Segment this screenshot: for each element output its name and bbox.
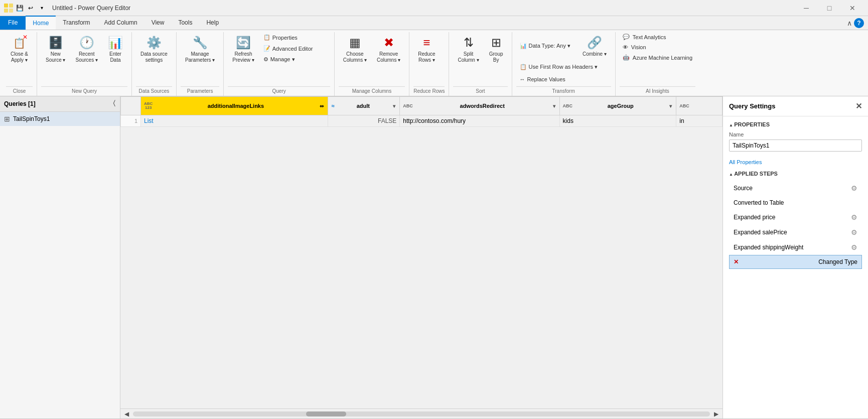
qs-close-button[interactable]: ✕ bbox=[855, 101, 862, 111]
scroll-right-button[interactable]: ▶ bbox=[712, 410, 720, 417]
close-button[interactable]: ✕ bbox=[841, 0, 864, 16]
combine-icon: 🔗 bbox=[587, 35, 602, 50]
split-column-label: SplitColumn ▾ bbox=[458, 51, 479, 63]
window-controls: ─ □ ✕ bbox=[795, 0, 864, 16]
advanced-editor-label: Advanced Editor bbox=[272, 46, 313, 52]
recent-sources-button[interactable]: 🕐 RecentSources ▾ bbox=[71, 32, 102, 66]
qs-name-input[interactable] bbox=[729, 139, 862, 152]
group-by-button[interactable]: ⊞ GroupBy bbox=[485, 32, 508, 66]
cell-adult-1[interactable]: FALSE bbox=[328, 115, 400, 127]
col-header-ageGroup: ABC ageGroup ▾ bbox=[559, 97, 676, 115]
tab-tools[interactable]: Tools bbox=[171, 16, 199, 30]
col-header-inner-more[interactable]: ABC bbox=[676, 97, 722, 115]
qs-title: Query Settings bbox=[729, 102, 775, 110]
tab-transform[interactable]: Transform bbox=[56, 16, 97, 30]
advanced-editor-button[interactable]: 📝 Advanced Editor bbox=[260, 43, 330, 54]
step-expanded-saleprice-gear[interactable]: ⚙ bbox=[851, 228, 857, 236]
qs-properties-section: PROPERTIES Name All Properties bbox=[723, 116, 868, 171]
new-source-label: NewSource ▾ bbox=[46, 51, 65, 63]
remove-columns-button[interactable]: ✖ RemoveColumns ▾ bbox=[372, 32, 405, 66]
step-changed-type-error: ✕ bbox=[734, 258, 739, 265]
undo-icon[interactable]: ↩ bbox=[26, 4, 35, 13]
enter-data-icon: 📊 bbox=[108, 35, 123, 50]
step-expanded-saleprice[interactable]: Expanded salePrice ⚙ bbox=[729, 225, 862, 240]
refresh-preview-button[interactable]: 🔄 RefreshPreview ▾ bbox=[228, 32, 258, 66]
col-resize-additionalImageLinks[interactable]: ⇔ bbox=[319, 102, 325, 110]
cell-more-1[interactable]: in bbox=[676, 115, 722, 127]
ribbon-content: 📋 ✕ Close &Apply ▾ Close 🗄️ NewSource ▾ … bbox=[0, 30, 868, 96]
col-filter-ageGroup[interactable]: ▾ bbox=[668, 102, 673, 110]
split-column-button[interactable]: ⇅ SplitColumn ▾ bbox=[453, 32, 483, 66]
tab-file[interactable]: File bbox=[0, 16, 26, 30]
enter-data-button[interactable]: 📊 EnterData bbox=[103, 32, 127, 66]
text-analytics-icon: 💬 bbox=[623, 34, 630, 40]
query-item-icon: ⊞ bbox=[4, 115, 10, 123]
scroll-thumb[interactable] bbox=[306, 411, 346, 416]
text-analytics-button[interactable]: 💬 Text Analytics bbox=[620, 32, 669, 42]
col-header-inner-adult[interactable]: ≈ adult ▾ bbox=[328, 97, 399, 115]
col-header-more: ABC bbox=[676, 97, 722, 115]
qs-applied-steps-section: APPLIED STEPS Source ⚙ Converted to Tabl… bbox=[723, 171, 868, 274]
vision-button[interactable]: 👁 Vision bbox=[620, 43, 649, 52]
data-type-label: Data Type: Any ▾ bbox=[529, 43, 570, 49]
manage-button[interactable]: ⚙ Manage ▾ bbox=[260, 54, 330, 65]
step-source-label: Source bbox=[734, 185, 753, 192]
scroll-track[interactable] bbox=[133, 411, 710, 416]
close-apply-icon: 📋 ✕ bbox=[13, 35, 26, 50]
use-first-row-button[interactable]: 📋 Use First Row as Headers ▾ bbox=[516, 62, 601, 72]
reduce-rows-icon: ≡ bbox=[423, 35, 430, 50]
help-icon[interactable]: ? bbox=[854, 18, 864, 28]
dropdown-arrow-icon[interactable]: ▾ bbox=[37, 4, 46, 13]
tab-add-column[interactable]: Add Column bbox=[97, 16, 144, 30]
data-table-container[interactable]: ABC 123 additionalImageLinks ⇔ ≈ bbox=[120, 96, 722, 408]
scroll-left-button[interactable]: ◀ bbox=[122, 410, 131, 417]
collapse-panel-button[interactable]: 〈 bbox=[109, 99, 116, 108]
col-filter-adwordsRedirect[interactable]: ▾ bbox=[552, 102, 556, 110]
cell-adwordsRedirect-1[interactable]: http://contoso.com/hury bbox=[400, 115, 559, 127]
step-changed-type[interactable]: ✕ Changed Type bbox=[729, 255, 862, 269]
properties-button[interactable]: 📋 Properties bbox=[260, 32, 330, 43]
data-source-settings-button[interactable]: ⚙️ Data sourcesettings bbox=[136, 32, 172, 66]
col-header-inner-additionalImageLinks[interactable]: ABC 123 additionalImageLinks ⇔ bbox=[141, 97, 328, 115]
step-converted-to-table[interactable]: Converted to Table bbox=[729, 196, 862, 210]
ribbon-collapse-icon[interactable]: ∧ bbox=[847, 19, 852, 27]
vision-icon: 👁 bbox=[623, 44, 628, 50]
cell-additionalImageLinks-1[interactable]: List bbox=[141, 115, 328, 127]
col-header-inner-ageGroup[interactable]: ABC ageGroup ▾ bbox=[560, 97, 676, 115]
tab-view[interactable]: View bbox=[144, 16, 172, 30]
tab-help[interactable]: Help bbox=[199, 16, 226, 30]
azure-ml-button[interactable]: 🤖 Azure Machine Learning bbox=[620, 53, 695, 62]
azure-ml-icon: 🤖 bbox=[623, 54, 630, 61]
manage-parameters-button[interactable]: 🔧 ManageParameters ▾ bbox=[181, 32, 219, 66]
step-expanded-price[interactable]: Expanded price ⚙ bbox=[729, 210, 862, 225]
combine-button[interactable]: 🔗 Combine ▾ bbox=[578, 32, 611, 60]
step-expanded-shippingweight[interactable]: Expanded shippingWeight ⚙ bbox=[729, 240, 862, 255]
step-expanded-price-label: Expanded price bbox=[734, 214, 775, 221]
reduce-rows-button[interactable]: ≡ ReduceRows ▾ bbox=[413, 32, 440, 66]
step-source[interactable]: Source ⚙ bbox=[729, 181, 862, 196]
all-properties-link[interactable]: All Properties bbox=[729, 159, 762, 165]
recent-sources-label: RecentSources ▾ bbox=[75, 51, 97, 63]
query-item-tailspintoys[interactable]: ⊞ TailSpinToys1 bbox=[0, 112, 120, 126]
new-source-button[interactable]: 🗄️ NewSource ▾ bbox=[41, 32, 70, 66]
save-icon[interactable]: 💾 bbox=[15, 4, 24, 13]
reduce-rows-label: ReduceRows ▾ bbox=[418, 51, 435, 63]
app-icon bbox=[4, 4, 13, 13]
col-header-inner-adwordsRedirect[interactable]: ABC adwordsRedirect ▾ bbox=[400, 97, 559, 115]
group-by-label: GroupBy bbox=[489, 51, 503, 63]
col-filter-adult[interactable]: ▾ bbox=[392, 102, 396, 110]
step-expanded-shippingweight-gear[interactable]: ⚙ bbox=[851, 243, 857, 251]
step-source-gear[interactable]: ⚙ bbox=[851, 184, 857, 192]
close-apply-button[interactable]: 📋 ✕ Close &Apply ▾ bbox=[6, 32, 33, 66]
maximize-button[interactable]: □ bbox=[818, 0, 841, 16]
replace-values-button[interactable]: ↔ Replace Values bbox=[516, 74, 569, 84]
text-analytics-label: Text Analytics bbox=[633, 34, 666, 40]
data-type-button[interactable]: 📊 Data Type: Any ▾ bbox=[516, 41, 574, 51]
col-type-icon-adwordsRedirect: ABC bbox=[403, 104, 413, 108]
list-link-1[interactable]: List bbox=[144, 117, 154, 124]
minimize-button[interactable]: ─ bbox=[795, 0, 818, 16]
tab-home[interactable]: Home bbox=[26, 16, 56, 30]
step-expanded-price-gear[interactable]: ⚙ bbox=[851, 213, 857, 221]
cell-ageGroup-1[interactable]: kids bbox=[559, 115, 676, 127]
choose-columns-button[interactable]: ▦ ChooseColumns ▾ bbox=[339, 32, 371, 66]
